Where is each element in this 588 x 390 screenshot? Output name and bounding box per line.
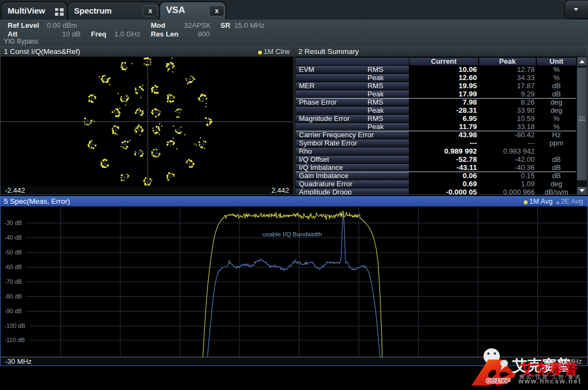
svg-text:-100 dB: -100 dB	[4, 322, 26, 329]
svg-text:-50 dB: -50 dB	[4, 249, 22, 255]
svg-text:-70 dB: -70 dB	[4, 278, 22, 285]
svg-text:-40 dB: -40 dB	[4, 234, 22, 241]
svg-text:-110 dB: -110 dB	[4, 337, 25, 343]
svg-text:-60 dB: -60 dB	[4, 264, 22, 270]
svg-text:-30 dB: -30 dB	[4, 220, 22, 226]
svg-text:usable I/Q Bandwidth: usable I/Q Bandwidth	[262, 231, 322, 237]
svg-text:-90 dB: -90 dB	[4, 308, 22, 314]
svg-text:-80 dB: -80 dB	[4, 293, 22, 300]
